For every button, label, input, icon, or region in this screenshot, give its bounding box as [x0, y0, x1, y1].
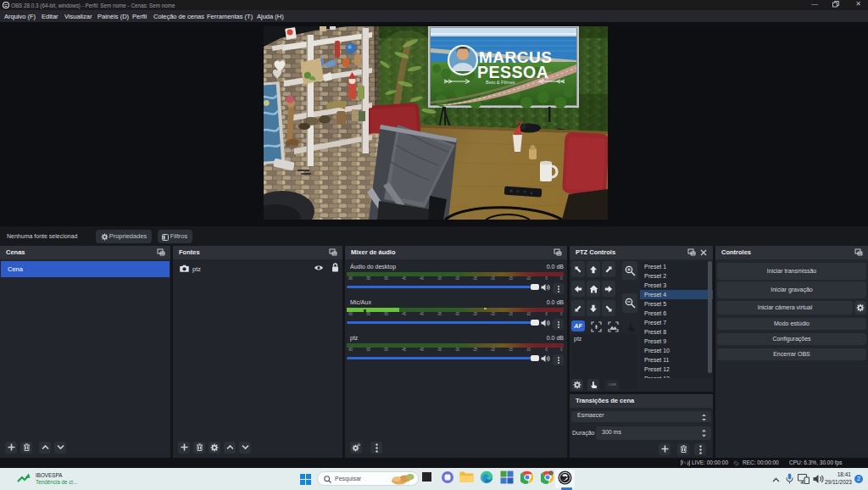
svg-text:PESSOA: PESSOA	[477, 63, 548, 81]
svg-text:Beto & Filmes: Beto & Filmes	[486, 80, 515, 85]
